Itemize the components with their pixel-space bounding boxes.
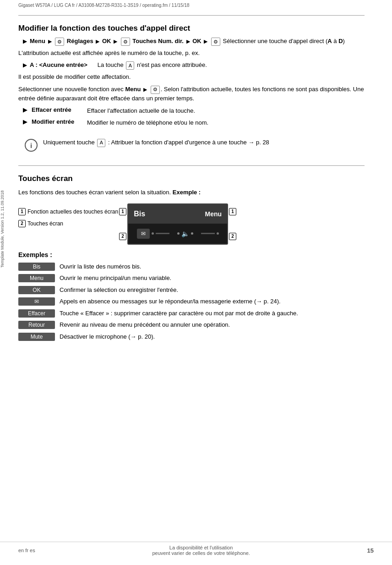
screen-labels: 1 Fonction actuelles des touches écran 2… xyxy=(18,203,118,227)
example-tag-0: Bis xyxy=(18,263,55,271)
screen-badge-tl: 1 xyxy=(119,208,126,215)
screen-box: Bis Menu ✉ 🔈 xyxy=(127,203,228,245)
example-tag-5: Retour xyxy=(18,321,55,329)
example-row-0: BisOuvrir la liste des numéros bis. xyxy=(18,262,365,271)
examples-title: Exemples : xyxy=(18,251,365,258)
a-key-icon: A xyxy=(126,61,134,70)
def1-desc: Effacer l'affectation actuelle de la tou… xyxy=(87,106,365,115)
step1-content: Menu ▶ ⚙ Réglages ▶ OK ▶ ⚙ Touches Num. … xyxy=(30,38,345,46)
screen-bottom-bar: ✉ 🔈 xyxy=(128,224,227,244)
step1-line: ▶ Menu ▶ ⚙ Réglages ▶ OK ▶ ⚙ Touches Num… xyxy=(18,38,365,46)
info-icon: i xyxy=(25,139,38,152)
header-text: Gigaset W570A / LUG CA fr / A31008-M2728… xyxy=(18,3,190,8)
example-row-1: MenuOuvrir le menu principal/un menu var… xyxy=(18,274,365,283)
screen-dot2 xyxy=(177,232,180,235)
not-attr-text: n'est pas encore attribuée. xyxy=(137,61,207,68)
label1-text: Fonction actuelles des touches écran xyxy=(27,208,118,215)
section2-intro: Les fonctions des touches écran varient … xyxy=(18,188,365,197)
example-tag-6: Mute xyxy=(18,333,55,341)
example-desc-0: Ouvrir la liste des numéros bis. xyxy=(60,262,365,271)
example-desc-6: Désactiver le microphone (→ p. 20). xyxy=(60,332,365,341)
def2-item: ▶ Modifier entrée Modifier le numéro de … xyxy=(18,118,365,127)
section2-title: Touches écran xyxy=(18,174,365,183)
screen-line xyxy=(156,233,169,234)
def1-item: ▶ Effacer entrée Effacer l'affectation a… xyxy=(18,106,365,115)
example-desc-5: Revenir au niveau de menu précédent ou a… xyxy=(60,320,365,329)
example-arrow: ▶ xyxy=(23,62,27,68)
example-desc-3: Appels en absence ou messages sur le rép… xyxy=(60,297,365,306)
footer-left: en fr es xyxy=(18,548,35,553)
label2-row: 2 Touches écran xyxy=(18,220,118,227)
example-content: A : <Aucune entrée> La touche A n'est pa… xyxy=(30,61,207,70)
step1-arrow: ▶ xyxy=(23,38,27,44)
doc-footer: en fr es La disponibilité et l'utilisati… xyxy=(0,542,392,556)
main-content: Modifier la fonction des touches d'appel… xyxy=(0,11,392,348)
a-label: A : <Aucune entrée> xyxy=(30,61,87,68)
example-row-6: MuteDésactiver le microphone (→ p. 20). xyxy=(18,332,365,341)
screen-diagram: 1 Fonction actuelles des touches écran 2… xyxy=(18,203,365,245)
example-line: ▶ A : <Aucune entrée> La touche A n'est … xyxy=(18,61,365,70)
screen-top-right: Menu xyxy=(205,210,222,218)
screen-wrapper: 1 1 2 2 Bis Menu ✉ xyxy=(127,203,228,245)
example-row-4: EffacerTouche « Effacer » : supprimer ca… xyxy=(18,309,365,318)
screen-dot3 xyxy=(191,232,193,235)
screen-top-left: Bis xyxy=(134,210,145,218)
label2-badge: 2 xyxy=(18,220,26,227)
def1-term: ▶ Effacer entrée xyxy=(23,106,87,115)
screen-dot4 xyxy=(217,232,219,235)
section2-intro-bold: Exemple : xyxy=(173,189,201,196)
info-box: i Uniquement touche A : Attribuer la fon… xyxy=(18,133,365,156)
example-desc-2: Confirmer la sélection ou enregistrer l'… xyxy=(60,285,365,295)
label1-row: 1 Fonction actuelles des touches écran xyxy=(18,208,118,215)
def2-desc: Modifier le numéro de téléphone et/ou le… xyxy=(87,118,365,127)
examples-container: BisOuvrir la liste des numéros bis.MenuO… xyxy=(18,262,365,341)
touches-label: Touches Num. dir. xyxy=(132,38,185,44)
icon-menu: ⚙ xyxy=(151,86,160,94)
example-tag-3: ✉ xyxy=(18,297,55,306)
footer-page: 15 xyxy=(367,547,374,554)
possible-text: Il est possible de modifier cette affect… xyxy=(18,72,365,82)
example-desc-1: Ouvrir le menu principal/un menu variabl… xyxy=(60,274,365,283)
screen-dot xyxy=(152,232,154,235)
section1-title: Modifier la fonction des touches d'appel… xyxy=(18,24,365,33)
la-touche-text: La touche xyxy=(98,61,125,68)
reglages-label: Réglages xyxy=(67,38,95,44)
screen-top-bar: Bis Menu xyxy=(128,204,227,224)
icon-settings: ⚙ xyxy=(55,38,64,46)
screen-line2 xyxy=(201,233,215,234)
screen-badge-br: 2 xyxy=(229,233,236,240)
attribution-text: L'attribution actuelle est affichée aprè… xyxy=(18,49,365,58)
screen-btn-envelope: ✉ xyxy=(137,229,150,239)
def2-term: ▶ Modifier entrée xyxy=(23,118,87,127)
example-desc-4: Touche « Effacer » : supprimer caractère… xyxy=(60,309,365,318)
footer-center: La disponibilité et l'utilisation peuven… xyxy=(152,545,250,556)
spacing xyxy=(89,61,96,68)
example-tag-2: OK xyxy=(18,286,55,294)
screen-badge-bl: 2 xyxy=(119,233,126,240)
ok-label1: OK xyxy=(102,38,113,44)
label2-text: Touches écran xyxy=(27,220,63,227)
info-content: Uniquement touche A : Attribuer la fonct… xyxy=(43,138,269,148)
select-new-text: Sélectionner une nouvelle fonction avec … xyxy=(18,85,365,103)
section2-rule xyxy=(18,165,365,166)
example-row-5: RetourRevenir au niveau de menu précéden… xyxy=(18,320,365,329)
select-text: Sélectionner une touche d'appel direct (… xyxy=(223,38,345,44)
screen-btn-right-group xyxy=(201,232,219,235)
screen-speaker: 🔈 xyxy=(181,230,189,237)
screen-badge-tr: 1 xyxy=(229,208,236,215)
screen-btn-left-group: ✉ xyxy=(137,229,169,239)
icon-touches: ⚙ xyxy=(121,38,130,46)
label1-badge: 1 xyxy=(18,208,26,215)
example-tag-4: Effacer xyxy=(18,309,55,318)
doc-header: Gigaset W570A / LUG CA fr / A31008-M2728… xyxy=(0,0,392,11)
ok-label2: OK xyxy=(192,38,203,44)
screen-center-group: 🔈 xyxy=(177,230,193,237)
a-key-info: A xyxy=(97,139,105,147)
example-row-3: ✉Appels en absence ou messages sur le ré… xyxy=(18,297,365,306)
menu-label: Menu xyxy=(30,38,45,44)
example-tag-1: Menu xyxy=(18,274,55,282)
sidebar-version: Template Module, Version 1.2, 11.09.2018 xyxy=(0,92,8,367)
section1-rule xyxy=(18,15,365,16)
icon-select: ⚙ xyxy=(211,38,220,46)
example-row-2: OKConfirmer la sélection ou enregistrer … xyxy=(18,285,365,295)
